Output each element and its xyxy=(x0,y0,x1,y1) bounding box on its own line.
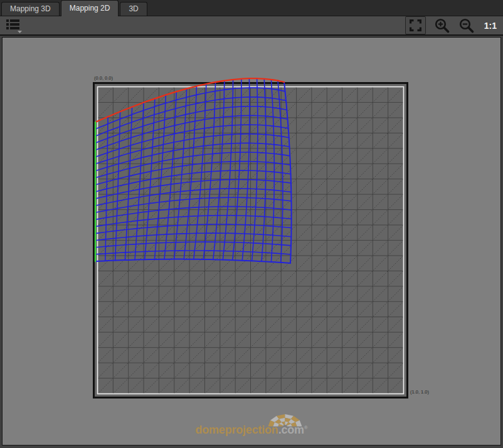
fit-view-icon xyxy=(410,19,421,31)
zoom-out-button[interactable] xyxy=(458,18,475,34)
fit-view-button[interactable] xyxy=(405,16,426,34)
mapping-canvas[interactable] xyxy=(93,82,410,400)
tab-mapping-2d[interactable]: Mapping 2D xyxy=(61,0,119,16)
list-dropdown-icon xyxy=(5,18,23,33)
mapping-2d-viewport[interactable]: (0.0, 0.0) (1.0, 1.0) domeprojection.com… xyxy=(2,37,501,445)
zoom-out-icon xyxy=(458,18,475,34)
coordinate-label-origin: (0.0, 0.0) xyxy=(94,75,113,81)
tab-bar: Mapping 3D Mapping 2D 3D xyxy=(0,0,503,16)
chevron-down-icon xyxy=(18,31,22,33)
tab-mapping-3d[interactable]: Mapping 3D xyxy=(1,2,60,16)
zoom-in-button[interactable] xyxy=(434,18,450,34)
watermark-text: domeprojection.com® xyxy=(195,424,307,437)
zoom-in-icon xyxy=(434,18,450,34)
zoom-ratio-button[interactable]: 1:1 xyxy=(483,21,497,31)
tab-3d[interactable]: 3D xyxy=(120,2,147,16)
layer-list-dropdown-button[interactable] xyxy=(5,18,23,33)
registered-mark: ® xyxy=(304,425,308,430)
coordinate-label-extent: (1.0, 1.0) xyxy=(410,389,429,395)
watermark-text-secondary: .com xyxy=(278,424,304,436)
watermark-text-primary: domeprojection xyxy=(195,424,278,436)
toolbar: 1:1 xyxy=(0,16,503,36)
domeprojection-watermark: domeprojection.com® xyxy=(195,412,307,437)
